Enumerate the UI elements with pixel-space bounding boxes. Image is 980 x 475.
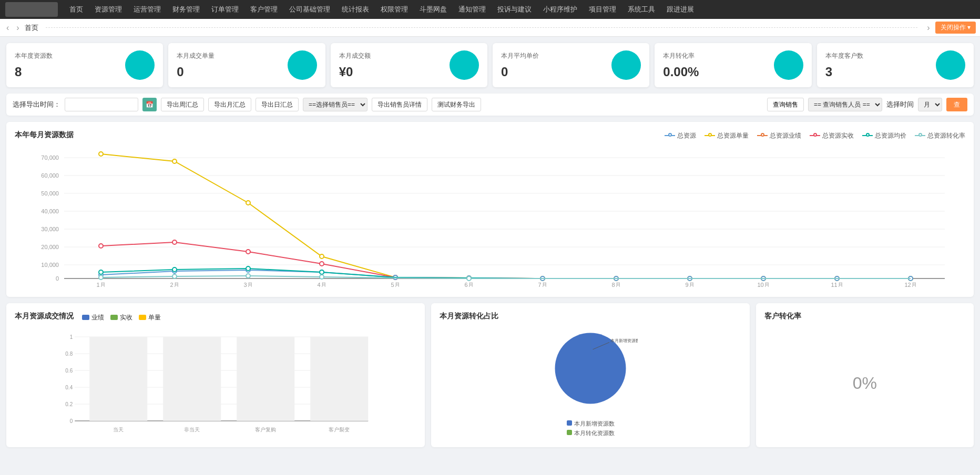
nav-orders[interactable]: 订单管理: [206, 0, 244, 19]
svg-rect-78: [89, 337, 147, 421]
nav-customers[interactable]: 客户管理: [245, 0, 283, 19]
bar-legend-performance-color: [82, 315, 89, 320]
nav-finance[interactable]: 财务管理: [167, 0, 205, 19]
stat-monthly-avg-price-icon: [611, 50, 641, 80]
svg-point-29: [172, 159, 177, 163]
breadcrumb-bar: ‹ › 首页 › 关闭操作 ▾: [0, 19, 980, 37]
nav-resource[interactable]: 资源管理: [89, 0, 127, 19]
stats-row: 本年度资源数 8 本月成交单量 0 本月成交额 ¥0 本月平均单价 0: [6, 43, 974, 87]
top-navigation: 首页 资源管理 运营管理 财务管理 订单管理 客户管理 公司基础管理 统计报表 …: [0, 0, 980, 19]
stat-annual-customers-value: 3: [825, 65, 863, 79]
nav-netdisk[interactable]: 斗墨网盘: [414, 0, 452, 19]
svg-point-28: [99, 152, 103, 156]
query-button[interactable]: 查: [946, 98, 967, 111]
stat-monthly-orders-icon: [288, 50, 317, 80]
export-week-button[interactable]: 导出周汇总: [161, 98, 204, 111]
conversion-rate-value: 0%: [853, 374, 877, 393]
pie-chart-legend: 本月新增资源数 本月转化资源数: [567, 420, 615, 439]
svg-text:当天: 当天: [113, 427, 124, 432]
svg-point-58: [172, 267, 177, 272]
svg-text:70,000: 70,000: [41, 154, 59, 161]
svg-text:0.4: 0.4: [65, 385, 73, 390]
bar-legend-performance-label: 业绩: [91, 313, 104, 322]
svg-point-43: [320, 262, 324, 266]
bar-chart-svg: 1 0.8 0.6 0.4 0.2 0 当天 非当天: [15, 332, 416, 437]
pie-chart-title: 本月资源转化占比: [440, 312, 498, 320]
nav-right-arrow[interactable]: ›: [925, 23, 932, 33]
export-time-input[interactable]: [65, 98, 138, 111]
nav-complaints[interactable]: 投诉与建议: [492, 0, 537, 19]
stat-monthly-revenue: 本月成交额 ¥0: [331, 43, 487, 87]
bar-legend-performance: 业绩: [82, 313, 104, 322]
svg-text:1月: 1月: [96, 282, 105, 287]
svg-text:本月新增资源数: 本月新增资源数: [610, 338, 638, 343]
select-time-label: 选择时间: [886, 100, 914, 109]
nav-operations[interactable]: 运营管理: [128, 0, 166, 19]
nav-stats[interactable]: 统计报表: [336, 0, 374, 19]
main-content: 本年度资源数 8 本月成交单量 0 本月成交额 ¥0 本月平均单价 0: [0, 37, 980, 453]
svg-text:10月: 10月: [757, 282, 769, 287]
export-day-button[interactable]: 导出日汇总: [256, 98, 299, 111]
svg-rect-80: [237, 337, 294, 421]
toolbar: 选择导出时间： 📅 导出周汇总 导出月汇总 导出日汇总 ==选择销售员== 导出…: [6, 94, 974, 116]
svg-rect-79: [163, 337, 221, 421]
svg-text:7月: 7月: [538, 282, 547, 287]
query-salesperson-select[interactable]: == 查询销售人员 ==: [808, 98, 882, 111]
line-chart-container: 本年每月资源数据 总资源 总资源单量: [6, 122, 974, 297]
nav-back-left[interactable]: ‹: [4, 23, 11, 33]
time-unit-select[interactable]: 月: [918, 98, 942, 111]
svg-point-31: [320, 254, 324, 259]
svg-rect-81: [310, 337, 368, 421]
stat-monthly-avg-price-value: 0: [501, 65, 539, 79]
nav-followup[interactable]: 跟进进展: [661, 0, 699, 19]
svg-text:9月: 9月: [685, 282, 694, 287]
export-sales-detail-button[interactable]: 导出销售员详情: [372, 98, 427, 111]
pie-legend-converted-color: [567, 430, 572, 435]
calendar-button[interactable]: 📅: [142, 98, 157, 111]
svg-text:6月: 6月: [464, 282, 473, 287]
logo: [5, 2, 58, 17]
legend-total-resource: 总资源: [665, 131, 696, 140]
bar-legend-qty: 单量: [139, 313, 161, 322]
svg-text:非当天: 非当天: [184, 427, 200, 432]
svg-point-41: [172, 240, 177, 244]
bar-chart-title: 本月资源成交情况: [15, 312, 74, 321]
legend-total-perf: 总资源业绩: [757, 131, 801, 140]
svg-text:0: 0: [56, 275, 59, 282]
nav-home[interactable]: 首页: [64, 0, 88, 19]
legend-total-single: 总资源单量: [705, 131, 749, 140]
stat-monthly-revenue-label: 本月成交额: [339, 51, 371, 60]
nav-forward-right[interactable]: ›: [14, 23, 21, 33]
bar-legend-qty-color: [139, 315, 146, 320]
export-finance-button[interactable]: 测试财务导出: [432, 98, 481, 111]
svg-text:客户裂变: 客户裂变: [329, 427, 350, 432]
nav-tools[interactable]: 系统工具: [622, 0, 660, 19]
pie-legend-converted: 本月转化资源数: [567, 429, 615, 437]
legend-total-avg: 总资源均价: [862, 131, 906, 140]
export-time-label: 选择导出时间：: [13, 100, 60, 109]
svg-text:5月: 5月: [391, 282, 400, 287]
pie-legend-new: 本月新增资源数: [567, 420, 615, 428]
svg-point-59: [246, 266, 250, 271]
stat-monthly-orders-value: 0: [177, 65, 215, 79]
stat-monthly-orders: 本月成交单量 0: [168, 43, 325, 87]
svg-point-62: [172, 274, 177, 278]
close-ops-button[interactable]: 关闭操作 ▾: [935, 22, 976, 34]
select-salesperson[interactable]: ==选择销售员==: [303, 98, 368, 111]
query-sales-button[interactable]: 查询销售: [767, 98, 804, 111]
svg-point-30: [246, 201, 250, 205]
svg-point-61: [99, 275, 103, 280]
svg-text:1: 1: [70, 334, 73, 340]
nav-projects[interactable]: 项目管理: [584, 0, 621, 19]
stat-monthly-conversion-value: 0.00%: [663, 65, 699, 79]
stat-monthly-avg-price-label: 本月平均单价: [501, 51, 539, 60]
line-chart-svg: 70,000 60,000 50,000 40,000 30,000 20,00…: [15, 150, 965, 287]
stat-monthly-revenue-value: ¥0: [339, 65, 371, 79]
nav-notifications[interactable]: 通知管理: [453, 0, 491, 19]
nav-permissions[interactable]: 权限管理: [375, 0, 413, 19]
svg-text:50,000: 50,000: [41, 190, 59, 197]
export-month-button[interactable]: 导出月汇总: [208, 98, 251, 111]
pie-legend-new-color: [567, 420, 572, 426]
nav-company-base[interactable]: 公司基础管理: [284, 0, 335, 19]
nav-miniapp[interactable]: 小程序维护: [538, 0, 583, 19]
